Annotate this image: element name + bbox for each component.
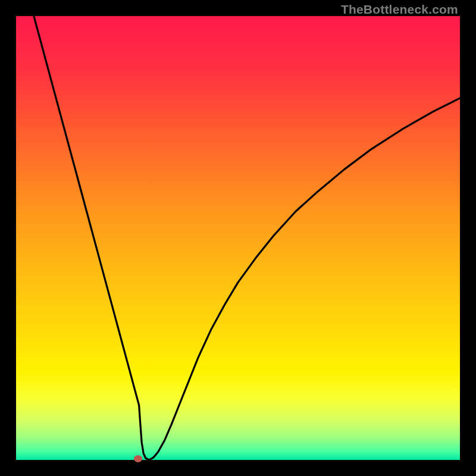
chart-background: [16, 16, 460, 460]
watermark-text: TheBottleneck.com: [341, 2, 458, 17]
optimal-point-marker: [134, 455, 142, 462]
chart-frame: [16, 16, 460, 460]
chart-canvas: [16, 16, 460, 460]
